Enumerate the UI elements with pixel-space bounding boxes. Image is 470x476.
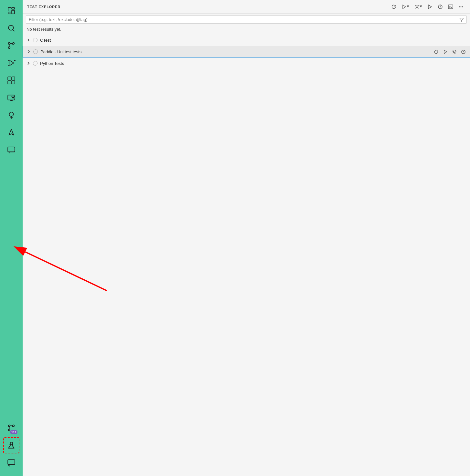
svg-rect-27 — [8, 147, 15, 152]
filter-row — [23, 14, 470, 26]
svg-marker-34 — [407, 5, 409, 7]
activity-bar-bottom: 117 — [3, 420, 19, 473]
panel-header: TEST EXPLORER — [23, 0, 470, 14]
tree-container: CTest Paddle - Unittest tests — [23, 34, 470, 476]
ctest-label: CTest — [40, 38, 51, 43]
activity-bar: 117 — [0, 0, 23, 476]
configure-tests-button[interactable] — [412, 2, 424, 11]
sidebar-item-debug[interactable] — [3, 55, 19, 71]
watch-tests-button[interactable] — [436, 2, 445, 11]
svg-rect-0 — [8, 7, 11, 11]
svg-marker-33 — [403, 5, 406, 9]
svg-line-5 — [13, 30, 15, 31]
svg-point-44 — [459, 6, 460, 7]
svg-line-24 — [14, 96, 15, 97]
svg-marker-48 — [444, 50, 446, 53]
svg-point-30 — [8, 429, 10, 431]
sidebar-item-search[interactable] — [3, 20, 19, 36]
sidebar-item-deploy[interactable] — [3, 125, 19, 141]
filter-icon — [459, 17, 464, 22]
python-status-icon — [33, 61, 37, 66]
svg-rect-16 — [8, 81, 11, 84]
python-label: Python Tests — [40, 61, 64, 66]
svg-rect-15 — [12, 77, 15, 80]
run-all-tests-button[interactable] — [400, 2, 411, 11]
paddle-watch-button[interactable] — [459, 48, 467, 56]
svg-point-6 — [8, 43, 10, 44]
svg-line-23 — [12, 96, 12, 97]
show-output-button[interactable] — [446, 2, 455, 11]
svg-point-25 — [9, 112, 14, 116]
sidebar-item-source-control-badge[interactable]: 117 — [3, 420, 19, 436]
svg-rect-32 — [8, 460, 15, 464]
svg-rect-1 — [12, 7, 15, 9]
svg-marker-9 — [10, 60, 14, 65]
sidebar-item-remote[interactable] — [3, 90, 19, 106]
paddle-refresh-button[interactable] — [432, 48, 440, 56]
sidebar-item-feedback[interactable] — [3, 455, 19, 471]
svg-point-13 — [14, 60, 16, 61]
svg-marker-37 — [428, 5, 432, 9]
svg-rect-17 — [12, 81, 15, 84]
paddle-label: Paddle - Unittest tests — [40, 49, 81, 54]
paddle-run-button[interactable] — [441, 48, 449, 56]
svg-point-46 — [462, 6, 463, 7]
svg-marker-36 — [420, 5, 422, 7]
filter-input[interactable] — [29, 17, 459, 22]
python-chevron — [25, 60, 32, 67]
paddle-actions — [432, 48, 467, 56]
main-panel: TEST EXPLORER — [23, 0, 470, 476]
tree-item-ctest[interactable]: CTest — [23, 34, 470, 46]
header-actions — [389, 2, 465, 11]
paddle-chevron — [26, 48, 32, 55]
svg-point-8 — [8, 47, 10, 48]
source-control-badge: 117 — [10, 430, 17, 434]
svg-point-4 — [8, 25, 13, 30]
svg-rect-2 — [12, 10, 15, 14]
tree-item-paddle[interactable]: Paddle - Unittest tests — [23, 46, 470, 57]
sidebar-item-source-control[interactable] — [3, 37, 19, 54]
sidebar-item-chat[interactable] — [3, 142, 19, 158]
sidebar-item-explorer[interactable] — [3, 3, 19, 19]
svg-point-28 — [8, 425, 10, 427]
svg-rect-14 — [8, 77, 11, 80]
svg-point-49 — [453, 51, 455, 53]
svg-marker-47 — [460, 18, 464, 21]
more-actions-button[interactable] — [456, 2, 465, 11]
paddle-configure-button[interactable] — [450, 48, 458, 56]
svg-point-35 — [416, 6, 418, 8]
svg-point-21 — [12, 97, 14, 98]
activity-bar-top — [3, 3, 19, 420]
sidebar-item-testing[interactable] — [3, 437, 19, 453]
ctest-chevron — [25, 37, 32, 43]
debug-all-tests-button[interactable] — [425, 2, 434, 11]
tree-item-python[interactable]: Python Tests — [23, 57, 470, 69]
status-text: No test results yet. — [23, 26, 470, 34]
paddle-status-icon — [33, 49, 38, 54]
filter-input-wrapper — [26, 16, 467, 24]
panel-title: TEST EXPLORER — [27, 5, 60, 9]
ctest-status-icon — [33, 38, 37, 42]
sidebar-item-extensions[interactable] — [3, 72, 19, 88]
svg-point-45 — [461, 6, 462, 7]
svg-rect-3 — [8, 12, 11, 14]
sidebar-item-garden[interactable] — [3, 107, 19, 123]
refresh-tests-button[interactable] — [389, 2, 398, 11]
